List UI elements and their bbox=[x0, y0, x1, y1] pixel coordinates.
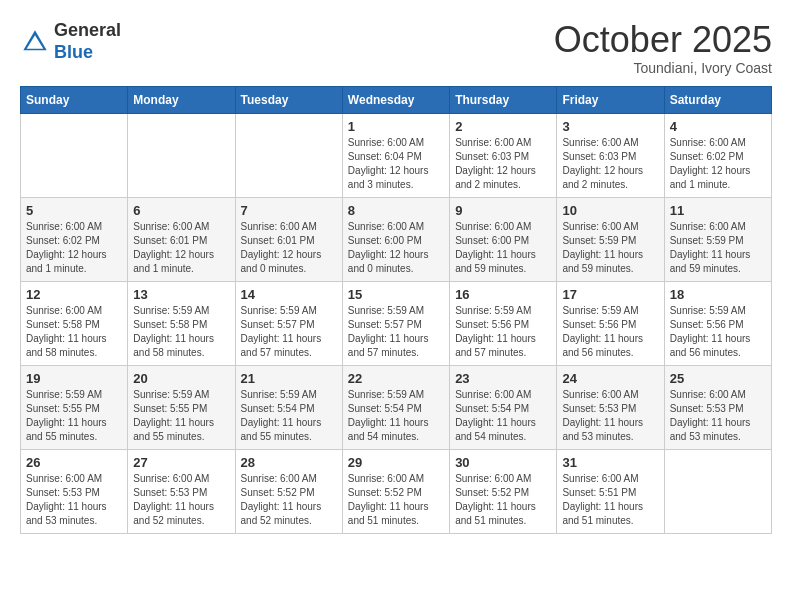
week-row-5: 26Sunrise: 6:00 AM Sunset: 5:53 PM Dayli… bbox=[21, 449, 772, 533]
weekday-header-wednesday: Wednesday bbox=[342, 86, 449, 113]
calendar-cell: 5Sunrise: 6:00 AM Sunset: 6:02 PM Daylig… bbox=[21, 197, 128, 281]
calendar-cell: 14Sunrise: 5:59 AM Sunset: 5:57 PM Dayli… bbox=[235, 281, 342, 365]
day-info: Sunrise: 6:00 AM Sunset: 5:59 PM Dayligh… bbox=[670, 220, 766, 276]
day-info: Sunrise: 6:00 AM Sunset: 5:59 PM Dayligh… bbox=[562, 220, 658, 276]
day-info: Sunrise: 6:00 AM Sunset: 5:58 PM Dayligh… bbox=[26, 304, 122, 360]
day-number: 13 bbox=[133, 287, 229, 302]
day-info: Sunrise: 5:59 AM Sunset: 5:54 PM Dayligh… bbox=[348, 388, 444, 444]
calendar-cell: 23Sunrise: 6:00 AM Sunset: 5:54 PM Dayli… bbox=[450, 365, 557, 449]
calendar-cell: 29Sunrise: 6:00 AM Sunset: 5:52 PM Dayli… bbox=[342, 449, 449, 533]
calendar-cell: 28Sunrise: 6:00 AM Sunset: 5:52 PM Dayli… bbox=[235, 449, 342, 533]
day-info: Sunrise: 6:00 AM Sunset: 6:01 PM Dayligh… bbox=[133, 220, 229, 276]
day-number: 12 bbox=[26, 287, 122, 302]
calendar-cell: 27Sunrise: 6:00 AM Sunset: 5:53 PM Dayli… bbox=[128, 449, 235, 533]
day-number: 25 bbox=[670, 371, 766, 386]
day-number: 29 bbox=[348, 455, 444, 470]
day-number: 7 bbox=[241, 203, 337, 218]
day-number: 28 bbox=[241, 455, 337, 470]
calendar-cell: 22Sunrise: 5:59 AM Sunset: 5:54 PM Dayli… bbox=[342, 365, 449, 449]
calendar-cell: 19Sunrise: 5:59 AM Sunset: 5:55 PM Dayli… bbox=[21, 365, 128, 449]
calendar-cell: 13Sunrise: 5:59 AM Sunset: 5:58 PM Dayli… bbox=[128, 281, 235, 365]
weekday-header-thursday: Thursday bbox=[450, 86, 557, 113]
month-title: October 2025 bbox=[554, 20, 772, 60]
day-number: 20 bbox=[133, 371, 229, 386]
week-row-1: 1Sunrise: 6:00 AM Sunset: 6:04 PM Daylig… bbox=[21, 113, 772, 197]
day-number: 24 bbox=[562, 371, 658, 386]
day-number: 16 bbox=[455, 287, 551, 302]
day-number: 4 bbox=[670, 119, 766, 134]
day-number: 10 bbox=[562, 203, 658, 218]
day-number: 2 bbox=[455, 119, 551, 134]
calendar-cell: 2Sunrise: 6:00 AM Sunset: 6:03 PM Daylig… bbox=[450, 113, 557, 197]
weekday-header-tuesday: Tuesday bbox=[235, 86, 342, 113]
calendar-cell: 16Sunrise: 5:59 AM Sunset: 5:56 PM Dayli… bbox=[450, 281, 557, 365]
calendar-cell: 25Sunrise: 6:00 AM Sunset: 5:53 PM Dayli… bbox=[664, 365, 771, 449]
day-number: 1 bbox=[348, 119, 444, 134]
day-info: Sunrise: 6:00 AM Sunset: 6:00 PM Dayligh… bbox=[455, 220, 551, 276]
day-info: Sunrise: 6:00 AM Sunset: 5:53 PM Dayligh… bbox=[26, 472, 122, 528]
calendar-cell: 18Sunrise: 5:59 AM Sunset: 5:56 PM Dayli… bbox=[664, 281, 771, 365]
day-info: Sunrise: 6:00 AM Sunset: 5:52 PM Dayligh… bbox=[455, 472, 551, 528]
calendar-cell bbox=[235, 113, 342, 197]
day-number: 31 bbox=[562, 455, 658, 470]
day-info: Sunrise: 5:59 AM Sunset: 5:54 PM Dayligh… bbox=[241, 388, 337, 444]
day-info: Sunrise: 5:59 AM Sunset: 5:55 PM Dayligh… bbox=[133, 388, 229, 444]
day-info: Sunrise: 5:59 AM Sunset: 5:55 PM Dayligh… bbox=[26, 388, 122, 444]
day-info: Sunrise: 6:00 AM Sunset: 5:52 PM Dayligh… bbox=[348, 472, 444, 528]
calendar-cell: 15Sunrise: 5:59 AM Sunset: 5:57 PM Dayli… bbox=[342, 281, 449, 365]
calendar-cell: 1Sunrise: 6:00 AM Sunset: 6:04 PM Daylig… bbox=[342, 113, 449, 197]
day-info: Sunrise: 5:59 AM Sunset: 5:57 PM Dayligh… bbox=[241, 304, 337, 360]
weekday-header-row: SundayMondayTuesdayWednesdayThursdayFrid… bbox=[21, 86, 772, 113]
weekday-header-monday: Monday bbox=[128, 86, 235, 113]
day-number: 15 bbox=[348, 287, 444, 302]
day-number: 11 bbox=[670, 203, 766, 218]
day-info: Sunrise: 6:00 AM Sunset: 6:03 PM Dayligh… bbox=[455, 136, 551, 192]
calendar-cell: 10Sunrise: 6:00 AM Sunset: 5:59 PM Dayli… bbox=[557, 197, 664, 281]
day-info: Sunrise: 5:59 AM Sunset: 5:56 PM Dayligh… bbox=[455, 304, 551, 360]
day-info: Sunrise: 6:00 AM Sunset: 5:53 PM Dayligh… bbox=[133, 472, 229, 528]
day-info: Sunrise: 6:00 AM Sunset: 5:52 PM Dayligh… bbox=[241, 472, 337, 528]
calendar-cell: 31Sunrise: 6:00 AM Sunset: 5:51 PM Dayli… bbox=[557, 449, 664, 533]
calendar-cell: 12Sunrise: 6:00 AM Sunset: 5:58 PM Dayli… bbox=[21, 281, 128, 365]
day-number: 14 bbox=[241, 287, 337, 302]
calendar-cell bbox=[664, 449, 771, 533]
calendar-cell: 24Sunrise: 6:00 AM Sunset: 5:53 PM Dayli… bbox=[557, 365, 664, 449]
calendar-cell: 20Sunrise: 5:59 AM Sunset: 5:55 PM Dayli… bbox=[128, 365, 235, 449]
calendar-cell bbox=[128, 113, 235, 197]
day-number: 3 bbox=[562, 119, 658, 134]
day-info: Sunrise: 6:00 AM Sunset: 6:02 PM Dayligh… bbox=[26, 220, 122, 276]
day-info: Sunrise: 5:59 AM Sunset: 5:56 PM Dayligh… bbox=[670, 304, 766, 360]
day-info: Sunrise: 6:00 AM Sunset: 5:53 PM Dayligh… bbox=[562, 388, 658, 444]
weekday-header-sunday: Sunday bbox=[21, 86, 128, 113]
location: Toundiani, Ivory Coast bbox=[554, 60, 772, 76]
page-header: General Blue October 2025 Toundiani, Ivo… bbox=[20, 20, 772, 76]
day-number: 6 bbox=[133, 203, 229, 218]
weekday-header-saturday: Saturday bbox=[664, 86, 771, 113]
day-number: 8 bbox=[348, 203, 444, 218]
logo: General Blue bbox=[20, 20, 121, 63]
calendar-cell: 9Sunrise: 6:00 AM Sunset: 6:00 PM Daylig… bbox=[450, 197, 557, 281]
day-info: Sunrise: 6:00 AM Sunset: 6:04 PM Dayligh… bbox=[348, 136, 444, 192]
day-info: Sunrise: 6:00 AM Sunset: 6:02 PM Dayligh… bbox=[670, 136, 766, 192]
calendar-cell: 21Sunrise: 5:59 AM Sunset: 5:54 PM Dayli… bbox=[235, 365, 342, 449]
calendar-table: SundayMondayTuesdayWednesdayThursdayFrid… bbox=[20, 86, 772, 534]
calendar-cell: 26Sunrise: 6:00 AM Sunset: 5:53 PM Dayli… bbox=[21, 449, 128, 533]
day-number: 22 bbox=[348, 371, 444, 386]
calendar-cell: 3Sunrise: 6:00 AM Sunset: 6:03 PM Daylig… bbox=[557, 113, 664, 197]
day-number: 19 bbox=[26, 371, 122, 386]
day-info: Sunrise: 5:59 AM Sunset: 5:58 PM Dayligh… bbox=[133, 304, 229, 360]
weekday-header-friday: Friday bbox=[557, 86, 664, 113]
day-number: 30 bbox=[455, 455, 551, 470]
calendar-cell: 11Sunrise: 6:00 AM Sunset: 5:59 PM Dayli… bbox=[664, 197, 771, 281]
calendar-cell: 4Sunrise: 6:00 AM Sunset: 6:02 PM Daylig… bbox=[664, 113, 771, 197]
logo-text: General Blue bbox=[54, 20, 121, 63]
day-info: Sunrise: 6:00 AM Sunset: 6:00 PM Dayligh… bbox=[348, 220, 444, 276]
day-info: Sunrise: 6:00 AM Sunset: 5:54 PM Dayligh… bbox=[455, 388, 551, 444]
calendar-cell: 17Sunrise: 5:59 AM Sunset: 5:56 PM Dayli… bbox=[557, 281, 664, 365]
day-number: 27 bbox=[133, 455, 229, 470]
day-number: 17 bbox=[562, 287, 658, 302]
calendar-cell: 6Sunrise: 6:00 AM Sunset: 6:01 PM Daylig… bbox=[128, 197, 235, 281]
day-number: 9 bbox=[455, 203, 551, 218]
day-info: Sunrise: 6:00 AM Sunset: 6:01 PM Dayligh… bbox=[241, 220, 337, 276]
day-info: Sunrise: 6:00 AM Sunset: 5:53 PM Dayligh… bbox=[670, 388, 766, 444]
